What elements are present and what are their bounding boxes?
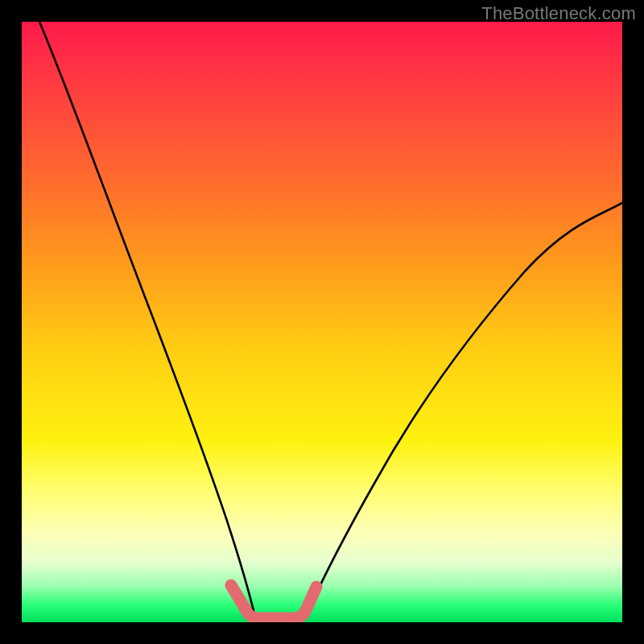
bottom-highlight bbox=[231, 585, 316, 618]
chart-frame: TheBottleneck.com bbox=[0, 0, 644, 644]
plot-area bbox=[22, 22, 622, 622]
curves-layer bbox=[22, 22, 622, 622]
watermark-text: TheBottleneck.com bbox=[481, 3, 636, 24]
left-curve bbox=[39, 22, 255, 617]
right-curve bbox=[305, 203, 622, 617]
